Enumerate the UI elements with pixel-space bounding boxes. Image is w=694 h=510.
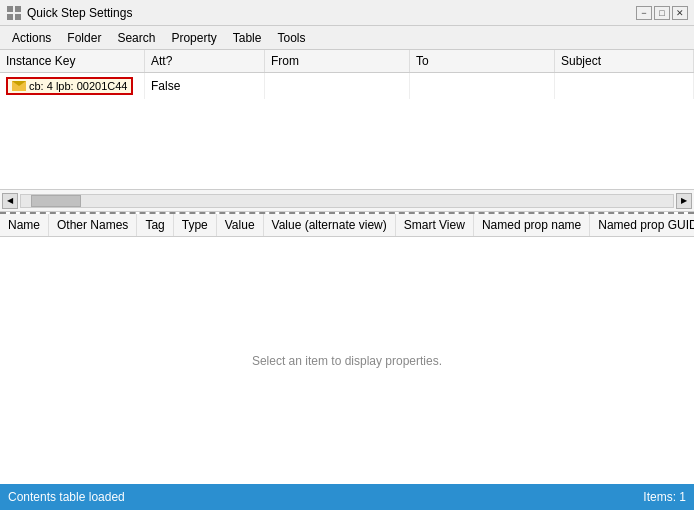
col-subject: Subject [555, 50, 694, 72]
lower-col-value: Value [217, 214, 264, 236]
lower-body-empty: Select an item to display properties. [0, 237, 694, 484]
lower-col-name: Name [0, 214, 49, 236]
menu-item-tools[interactable]: Tools [269, 29, 313, 47]
envelope-icon [12, 81, 26, 91]
instance-key-cell: cb: 4 lpb: 00201C44 [0, 73, 145, 99]
lower-table-header: Name Other Names Tag Type Value Value (a… [0, 214, 694, 237]
status-bar: Contents table loaded Items: 1 [0, 484, 694, 510]
lower-col-named-prop-guid: Named prop GUID [590, 214, 694, 236]
main-content: Instance Key Att? From To Subject cb: 4 … [0, 50, 694, 484]
lower-col-value-alt: Value (alternate view) [264, 214, 396, 236]
window-title: Quick Step Settings [27, 6, 636, 20]
lower-col-type: Type [174, 214, 217, 236]
scrollbar-thumb[interactable] [31, 195, 81, 207]
col-from: From [265, 50, 410, 72]
col-instance-key: Instance Key [0, 50, 145, 72]
menu-item-actions[interactable]: Actions [4, 29, 59, 47]
menu-item-folder[interactable]: Folder [59, 29, 109, 47]
table-row[interactable]: cb: 4 lpb: 00201C44 False [0, 73, 694, 99]
scroll-left-button[interactable]: ◀ [2, 193, 18, 209]
app-icon [6, 5, 22, 21]
restore-button[interactable]: □ [654, 6, 670, 20]
lower-col-tag: Tag [137, 214, 173, 236]
title-bar: Quick Step Settings − □ ✕ [0, 0, 694, 26]
instance-key-value: cb: 4 lpb: 00201C44 [29, 80, 127, 92]
scroll-right-button[interactable]: ▶ [676, 193, 692, 209]
svg-rect-3 [15, 14, 21, 20]
from-cell [265, 73, 410, 99]
window-controls: − □ ✕ [636, 6, 688, 20]
upper-table-header: Instance Key Att? From To Subject [0, 50, 694, 73]
lower-col-smart-view: Smart View [396, 214, 474, 236]
svg-rect-0 [7, 6, 13, 12]
menu-item-table[interactable]: Table [225, 29, 270, 47]
scrollbar-track[interactable] [20, 194, 674, 208]
status-left: Contents table loaded [8, 490, 125, 504]
instance-key-badge: cb: 4 lpb: 00201C44 [6, 77, 133, 95]
lower-section: Name Other Names Tag Type Value Value (a… [0, 212, 694, 484]
col-att: Att? [145, 50, 265, 72]
minimize-button[interactable]: − [636, 6, 652, 20]
lower-col-other-names: Other Names [49, 214, 137, 236]
menu-bar: Actions Folder Search Property Table Too… [0, 26, 694, 50]
menu-item-search[interactable]: Search [109, 29, 163, 47]
upper-table-empty-space [0, 99, 694, 189]
menu-item-property[interactable]: Property [163, 29, 224, 47]
status-right: Items: 1 [643, 490, 686, 504]
lower-col-named-prop-name: Named prop name [474, 214, 590, 236]
empty-message: Select an item to display properties. [252, 354, 442, 368]
upper-table: Instance Key Att? From To Subject cb: 4 … [0, 50, 694, 190]
close-button[interactable]: ✕ [672, 6, 688, 20]
svg-rect-1 [15, 6, 21, 12]
horizontal-scrollbar[interactable]: ◀ ▶ [0, 190, 694, 212]
col-to: To [410, 50, 555, 72]
subject-cell [555, 73, 694, 99]
svg-rect-2 [7, 14, 13, 20]
att-cell: False [145, 73, 265, 99]
to-cell [410, 73, 555, 99]
